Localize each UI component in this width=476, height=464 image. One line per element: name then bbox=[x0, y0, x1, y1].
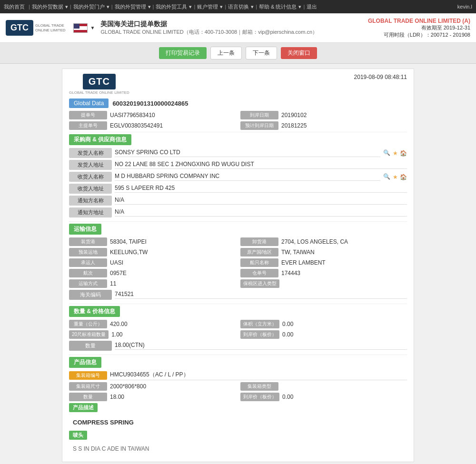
nav-item-tools[interactable]: 我的外贸工具 bbox=[156, 3, 187, 10]
container-no-row: 集装箱编号 HMCU9034655（AC / L / PP） bbox=[69, 371, 407, 380]
logo-area: GTC GLOBAL TRADEONLINE LIMITED bbox=[6, 20, 66, 36]
prod-desc-value: COMPRESS SPRING bbox=[69, 417, 407, 428]
shipping-section: 运输信息 装货港 58304, TAIPEI 卸货港 2704, LOS ANG… bbox=[69, 224, 407, 300]
carrier-label: 承运人 bbox=[69, 258, 107, 267]
container20-label: 20尺标准箱数量 bbox=[69, 330, 109, 339]
consignee-name-value: M D HUBBARD SPRING COMPANY INC bbox=[115, 173, 380, 181]
pre-loading-col: 预装运地 KEELUNG,TW bbox=[69, 248, 236, 257]
weight-volume-row: 重量（公斤） 420.00 体积（立方米） 0.00 bbox=[69, 320, 407, 328]
bonded-label: 保税区进入类型 bbox=[240, 279, 279, 288]
nav-item-help[interactable]: 帮助 & 统计信息 bbox=[259, 3, 297, 10]
shipper-name-value: SONSY SPRING CO LTD bbox=[115, 149, 380, 157]
nav-item-trade-data[interactable]: 我的外贸数据 bbox=[32, 3, 63, 10]
container-type-col: 集装箱类型 bbox=[240, 382, 407, 391]
quantity-row: 数量 18.00(CTN) bbox=[69, 341, 407, 351]
print-button[interactable]: 打印贸易记录 bbox=[159, 47, 207, 59]
card-header: GTC GLOBAL TRADE ONLINE LIMITED 2019-08-… bbox=[69, 74, 407, 95]
qty-label: 数量 bbox=[69, 341, 112, 351]
notify-addr-label: 通知方地址 bbox=[69, 207, 112, 217]
container-type-label: 集装箱类型 bbox=[240, 382, 278, 391]
home-icon-2[interactable]: 🏠 bbox=[400, 174, 407, 180]
header-info: 美国海关进口提单数据 GLOBAL TRADE ONLINE LIMITED（电… bbox=[100, 20, 317, 36]
container-size-value: 2000*806*800 bbox=[110, 383, 146, 390]
main-content: GTC GLOBAL TRADE ONLINE LIMITED 2019-08-… bbox=[0, 64, 476, 464]
prod-desc-section-label: 产品描述 bbox=[69, 403, 98, 412]
container20-col: 20尺标准箱数量 1.00 bbox=[69, 330, 236, 339]
flight-label: 航次 bbox=[69, 269, 107, 277]
port-row: 装货港 58304, TAIPEI 卸货港 2704, LOS ANGELES,… bbox=[69, 237, 407, 246]
user-info: kevin.l bbox=[457, 4, 472, 10]
vessel-label: 船只名称 bbox=[240, 258, 278, 267]
prod-price-col: 到岸价（板价） 0.00 bbox=[240, 393, 407, 401]
arrival-date-value: 20190102 bbox=[281, 112, 307, 118]
quantity-label: 数量 & 价格信息 bbox=[69, 306, 120, 317]
transport-label: 运输方式 bbox=[69, 279, 107, 288]
marks-value: S S IN DIA C ADE IN TAIWAN bbox=[69, 444, 407, 453]
consignee-name-row: 收货人名称 M D HUBBARD SPRING COMPANY INC 🔍 ★… bbox=[69, 172, 407, 182]
shipper-addr-row: 发货人地址 NO 22 LANE 88 SEC 1 ZHONGXING RD W… bbox=[69, 160, 407, 170]
discharge-port-label: 卸货港 bbox=[240, 237, 278, 246]
carrier-value: UASI bbox=[110, 259, 123, 266]
origin-country-label: 原产国/地区 bbox=[240, 248, 278, 257]
prod-qty-col: 数量 18.00 bbox=[69, 393, 236, 401]
unit-price-label: 到岸价（板价） bbox=[240, 330, 279, 339]
unit-price-value: 0.00 bbox=[282, 331, 293, 338]
preload-origin-row: 预装运地 KEELUNG,TW 原产国/地区 TW, TAIWAN bbox=[69, 248, 407, 257]
bill-no-col: 提单号 UASI7796583410 bbox=[69, 111, 236, 119]
close-button[interactable]: 关闭窗口 bbox=[281, 47, 317, 59]
quantity-section: 数量 & 价格信息 重量（公斤） 420.00 体积（立方米） 0.00 20尺… bbox=[69, 306, 407, 351]
consignee-addr-label: 收货人地址 bbox=[69, 184, 112, 194]
search-icon[interactable]: 🔍 bbox=[383, 149, 391, 157]
notify-name-row: 通知方名称 N/A bbox=[69, 196, 407, 206]
next-button[interactable]: 下一条 bbox=[246, 47, 277, 59]
global-data-row: Global Data 6003201901310000024865 bbox=[69, 99, 407, 108]
star-icon[interactable]: ★ bbox=[393, 150, 398, 157]
header-subtitle: GLOBAL TRADE ONLINE LIMITED（电话：400-710-3… bbox=[100, 29, 317, 36]
search-icon-2[interactable]: 🔍 bbox=[383, 173, 391, 181]
nav-item-account[interactable]: 账户管理 bbox=[197, 3, 218, 10]
consignee-addr-row: 收货人地址 595 S LAPEER RD 425 bbox=[69, 184, 407, 194]
loading-port-label: 装货港 bbox=[69, 237, 107, 246]
customs-label: 海关编码 bbox=[69, 290, 112, 300]
nav-item-language[interactable]: 语言切换 bbox=[228, 3, 249, 10]
pre-loading-label: 预装运地 bbox=[69, 248, 107, 257]
nav-item-portal[interactable]: 我的外贸门户 bbox=[73, 3, 105, 10]
weight-label: 重量（公斤） bbox=[69, 320, 107, 328]
prod-qty-value: 18.00 bbox=[110, 394, 124, 400]
notify-addr-row: 通知方地址 N/A bbox=[69, 207, 407, 217]
shipper-name-label: 发货人名称 bbox=[69, 148, 112, 158]
container20-value: 1.00 bbox=[111, 331, 122, 338]
discharge-port-value: 2704, LOS ANGELES, CA bbox=[281, 238, 348, 245]
star-icon-2[interactable]: ★ bbox=[393, 174, 398, 180]
prod-desc-label-row: 产品描述 bbox=[69, 403, 407, 415]
bill-no-value: UASI7796583410 bbox=[110, 112, 155, 118]
notify-name-label: 通知方名称 bbox=[69, 196, 112, 206]
buyer-supplier-section: 采购商 & 供应商信息 发货人名称 SONSY SPRING CO LTD 🔍 … bbox=[69, 134, 407, 217]
top-toolbar: 打印贸易记录 上一条 下一条 关闭窗口 bbox=[0, 43, 476, 64]
flight-col: 航次 0957E bbox=[69, 269, 236, 277]
est-arrival-label: 预计到岸日期 bbox=[240, 121, 278, 130]
weight-col: 重量（公斤） 420.00 bbox=[69, 320, 236, 328]
transport-bonded-row: 运输方式 11 保税区进入类型 bbox=[69, 279, 407, 288]
master-bill-value: EGLV003803542491 bbox=[110, 122, 163, 129]
master-bill-row: 主提单号 EGLV003803542491 预计到岸日期 20181225 bbox=[69, 121, 407, 130]
nav-item-home[interactable]: 我的首页 bbox=[4, 3, 25, 10]
prev-button[interactable]: 上一条 bbox=[210, 47, 242, 59]
home-icon[interactable]: 🏠 bbox=[400, 150, 407, 157]
prod-price-label: 到岸价（板价） bbox=[240, 393, 279, 401]
logo-box: GTC bbox=[6, 20, 33, 36]
volume-col: 体积（立方米） 0.00 bbox=[240, 320, 407, 328]
nav-item-mgmt[interactable]: 我的外贸管理 bbox=[115, 3, 146, 10]
top-navigation: 我的首页 | 我的外贸数据▾ | 我的外贸门户▾ | 我的外贸管理▾ | 我的外… bbox=[0, 0, 476, 13]
container-size-label: 集装箱尺寸 bbox=[69, 382, 107, 391]
nav-item-logout[interactable]: 退出 bbox=[307, 3, 317, 10]
volume-value: 0.00 bbox=[282, 321, 293, 327]
global-data-value: 6003201901310000024865 bbox=[112, 100, 188, 107]
flag-arrow[interactable]: ▼ bbox=[90, 25, 95, 30]
page-title[interactable]: 美国海关进口提单数据 bbox=[100, 20, 317, 29]
loading-port-col: 装货港 58304, TAIPEI bbox=[69, 237, 236, 246]
record-date: 2019-08-09 08:48:11 bbox=[354, 74, 407, 80]
prod-price-value: 0.00 bbox=[282, 394, 293, 400]
arrival-date-label: 到岸日期 bbox=[240, 111, 278, 119]
vessel-value: EVER LAMBENT bbox=[281, 259, 326, 266]
